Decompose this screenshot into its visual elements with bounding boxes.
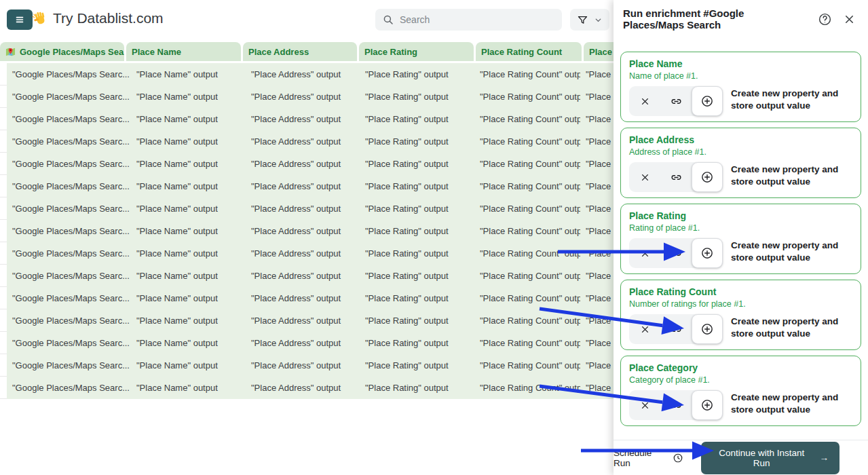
table-cell[interactable]: "Google Places/Maps Searc... — [7, 220, 131, 242]
table-cell[interactable]: "Google Places/Maps Searc... — [7, 86, 131, 108]
row-handle[interactable] — [0, 332, 7, 354]
help-button[interactable] — [818, 12, 832, 26]
row-handle[interactable] — [0, 265, 7, 287]
table-cell[interactable]: "Place Name" output — [131, 108, 246, 130]
table-cell[interactable]: "Place Rating Count" output — [474, 108, 580, 130]
table-cell[interactable]: "Place Rating" output — [360, 108, 474, 130]
table-cell[interactable]: "Place Address" output — [246, 86, 360, 108]
schedule-run-button[interactable]: Schedule Run — [614, 448, 683, 468]
close-button[interactable] — [843, 13, 856, 26]
table-cell[interactable]: "Place Name" output — [131, 130, 246, 153]
table-cell[interactable]: "Place Name" output — [131, 153, 246, 175]
table-cell[interactable]: "Place Rating" output — [360, 197, 474, 220]
column-header[interactable]: Place Rating Count — [476, 42, 582, 61]
table-cell[interactable]: "Place Rating Count" output — [474, 86, 580, 108]
table-cell[interactable]: "Place Rating" output — [360, 354, 474, 377]
create-property-button[interactable] — [692, 390, 723, 420]
table-cell[interactable]: "Place — [580, 197, 614, 220]
create-property-button[interactable] — [692, 238, 723, 268]
table-cell[interactable]: "Google Places/Maps Searc... — [7, 175, 131, 197]
row-handle[interactable] — [0, 86, 7, 108]
discard-output-button[interactable] — [629, 314, 660, 344]
table-cell[interactable]: "Place Name" output — [131, 309, 246, 332]
table-cell[interactable]: "Place — [580, 377, 614, 399]
table-cell[interactable]: "Google Places/Maps Searc... — [7, 153, 131, 175]
table-cell[interactable]: "Place Name" output — [131, 63, 246, 86]
table-cell[interactable]: "Place Rating Count" output — [474, 287, 580, 309]
link-property-button[interactable] — [660, 238, 692, 268]
table-cell[interactable]: "Place Rating" output — [360, 86, 474, 108]
table-cell[interactable]: "Google Places/Maps Searc... — [7, 63, 131, 86]
create-property-button[interactable] — [692, 162, 723, 192]
table-cell[interactable]: "Place Address" output — [246, 175, 360, 197]
table-cell[interactable]: "Place Rating" output — [360, 332, 474, 354]
table-cell[interactable]: "Place Rating Count" output — [474, 354, 580, 377]
link-property-button[interactable] — [660, 162, 692, 192]
table-cell[interactable]: "Place Rating Count" output — [474, 175, 580, 197]
table-cell[interactable]: "Place — [580, 86, 614, 108]
discard-output-button[interactable] — [629, 162, 660, 192]
column-header[interactable]: Place Address — [243, 42, 357, 61]
table-cell[interactable]: "Place Rating Count" output — [474, 197, 580, 220]
table-cell[interactable]: "Place — [580, 309, 614, 332]
table-cell[interactable]: "Google Places/Maps Searc... — [7, 265, 131, 287]
table-cell[interactable]: "Place Rating Count" output — [474, 332, 580, 354]
menu-button[interactable] — [7, 10, 33, 30]
table-cell[interactable]: "Place Address" output — [246, 332, 360, 354]
table-cell[interactable]: "Place Rating" output — [360, 153, 474, 175]
table-cell[interactable]: "Place — [580, 287, 614, 309]
search-input[interactable] — [400, 14, 555, 25]
row-handle[interactable] — [0, 242, 7, 265]
table-cell[interactable]: "Place Rating Count" output — [474, 130, 580, 153]
table-cell[interactable]: "Place Rating Count" output — [474, 220, 580, 242]
row-handle[interactable] — [0, 354, 7, 377]
table-cell[interactable]: "Place Address" output — [246, 197, 360, 220]
row-handle[interactable] — [0, 377, 7, 399]
page-title[interactable]: Try Datablist.com — [53, 10, 164, 26]
table-cell[interactable]: "Place Address" output — [246, 354, 360, 377]
column-header[interactable]: Place — [584, 42, 614, 61]
link-property-button[interactable] — [660, 390, 692, 420]
table-cell[interactable]: "Place Name" output — [131, 242, 246, 265]
table-cell[interactable]: "Place Rating Count" output — [474, 309, 580, 332]
discard-output-button[interactable] — [629, 86, 660, 116]
table-cell[interactable]: "Google Places/Maps Searc... — [7, 130, 131, 153]
table-cell[interactable]: "Place Address" output — [246, 287, 360, 309]
table-cell[interactable]: "Place — [580, 153, 614, 175]
table-cell[interactable]: "Google Places/Maps Searc... — [7, 108, 131, 130]
table-cell[interactable]: "Place Rating" output — [360, 265, 474, 287]
row-handle[interactable] — [0, 309, 7, 332]
table-cell[interactable]: "Place Name" output — [131, 265, 246, 287]
row-handle[interactable] — [0, 63, 7, 86]
table-cell[interactable]: "Place Rating Count" output — [474, 153, 580, 175]
table-cell[interactable]: "Place — [580, 220, 614, 242]
table-cell[interactable]: "Place Name" output — [131, 175, 246, 197]
table-cell[interactable]: "Google Places/Maps Searc... — [7, 287, 131, 309]
table-cell[interactable]: "Place Address" output — [246, 220, 360, 242]
table-cell[interactable]: "Place Rating Count" output — [474, 63, 580, 86]
table-cell[interactable]: "Place — [580, 332, 614, 354]
table-cell[interactable]: "Place — [580, 108, 614, 130]
filter-button[interactable] — [570, 9, 609, 31]
column-header[interactable]: Place Name — [126, 42, 241, 61]
column-header[interactable]: Google Places/Maps Sea... — [0, 42, 124, 61]
create-property-button[interactable] — [692, 86, 723, 116]
table-cell[interactable]: "Place Rating" output — [360, 377, 474, 399]
row-handle[interactable] — [0, 220, 7, 242]
table-cell[interactable]: "Place Rating" output — [360, 242, 474, 265]
table-cell[interactable]: "Place Rating Count" output — [474, 265, 580, 287]
link-property-button[interactable] — [660, 314, 692, 344]
table-cell[interactable]: "Place — [580, 63, 614, 86]
table-cell[interactable]: "Place Address" output — [246, 265, 360, 287]
table-cell[interactable]: "Google Places/Maps Searc... — [7, 197, 131, 220]
table-cell[interactable]: "Place Name" output — [131, 86, 246, 108]
table-cell[interactable]: "Place Name" output — [131, 220, 246, 242]
table-cell[interactable]: "Place — [580, 265, 614, 287]
table-cell[interactable]: "Google Places/Maps Searc... — [7, 354, 131, 377]
table-cell[interactable]: "Place Name" output — [131, 197, 246, 220]
discard-output-button[interactable] — [629, 390, 660, 420]
table-cell[interactable]: "Place — [580, 130, 614, 153]
table-cell[interactable]: "Place — [580, 354, 614, 377]
table-cell[interactable]: "Place Address" output — [246, 377, 360, 399]
table-cell[interactable]: "Place Rating" output — [360, 287, 474, 309]
